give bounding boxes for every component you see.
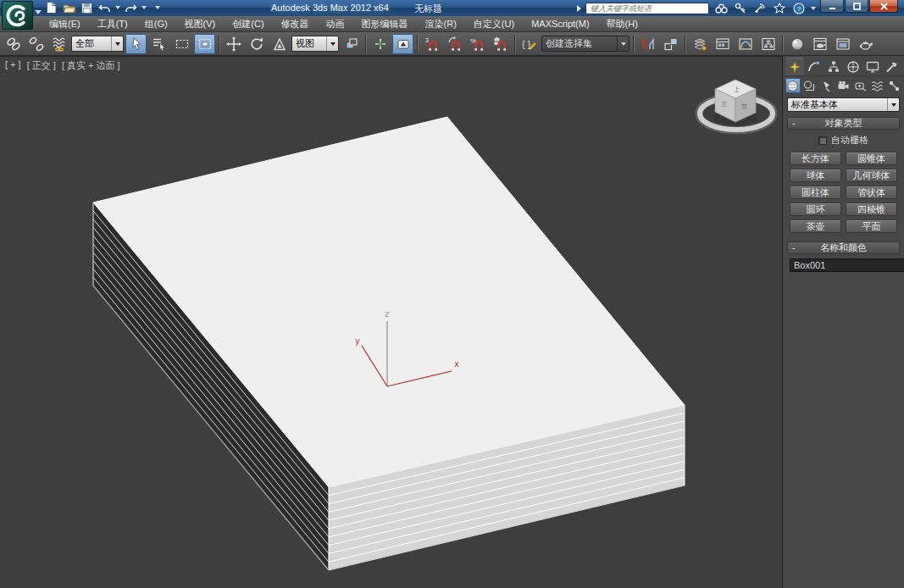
named-selection-sets-dropdown[interactable]: 创建选择集 [541, 36, 629, 52]
button-pyramid[interactable]: 四棱锥 [846, 202, 897, 216]
tab-modify[interactable] [805, 58, 824, 75]
material-editor-icon[interactable] [786, 34, 807, 54]
chevron-down-icon[interactable] [617, 36, 629, 51]
help-icon[interactable]: ? [791, 2, 807, 14]
chevron-down-icon[interactable] [887, 98, 899, 111]
spinner-snap-toggle-icon[interactable] [490, 34, 511, 54]
save-file-icon[interactable] [80, 1, 94, 14]
selection-filter-dropdown[interactable]: 全部 [71, 36, 124, 52]
button-geosphere[interactable]: 几何球体 [846, 169, 897, 182]
subcat-space-warps[interactable] [869, 78, 885, 93]
rectangular-selection-region-icon[interactable] [171, 34, 192, 54]
percent-snap-toggle-icon[interactable]: % [467, 34, 488, 54]
button-cone[interactable]: 圆锥体 [846, 152, 897, 165]
menu-rendering[interactable]: 渲染(R) [417, 16, 465, 31]
viewport-shading-menu[interactable]: [ 真实 + 边面 ] [62, 59, 120, 72]
select-and-scale-icon[interactable] [269, 34, 290, 54]
application-menu-arrow-icon[interactable] [35, 10, 42, 14]
tab-create[interactable] [785, 58, 804, 75]
rendered-frame-window-icon[interactable] [832, 34, 853, 54]
subcat-systems[interactable] [886, 78, 901, 93]
subcat-helpers[interactable] [852, 78, 868, 93]
angle-snap-toggle-icon[interactable] [444, 34, 465, 54]
object-name-field[interactable] [790, 258, 904, 272]
unlink-selection-icon[interactable] [25, 34, 47, 54]
render-setup-icon[interactable] [809, 34, 830, 54]
rollout-object-type-header[interactable]: - 对象类型 [787, 117, 900, 130]
button-plane[interactable]: 平面 [846, 219, 897, 233]
chevron-down-icon[interactable] [111, 36, 123, 51]
chevron-down-icon[interactable] [326, 36, 338, 51]
tab-display[interactable] [863, 58, 882, 75]
viewport-general-menu[interactable]: [ + ] [5, 59, 21, 72]
undo-icon[interactable] [97, 1, 112, 14]
select-and-link-icon[interactable] [3, 34, 24, 54]
search-binoculars-icon[interactable] [713, 2, 729, 14]
select-object-icon[interactable] [125, 34, 147, 54]
graphite-ribbon-toggle-icon[interactable] [712, 34, 733, 54]
viewport-orthographic[interactable]: [ + ] [ 正交 ] [ 真实 + 边面 ] [0, 56, 782, 588]
rollout-name-color-header[interactable]: - 名称和颜色 [787, 241, 900, 254]
tab-utilities[interactable] [883, 58, 901, 75]
edit-named-selection-sets-icon[interactable]: { } [519, 34, 540, 54]
align-icon[interactable] [660, 34, 681, 54]
subcat-shapes[interactable] [802, 78, 818, 93]
box-object[interactable] [0, 57, 781, 588]
use-pivot-point-center-icon[interactable] [341, 34, 362, 54]
communication-center-icon[interactable] [752, 2, 768, 14]
menu-views[interactable]: 视图(V) [176, 16, 225, 31]
button-sphere[interactable]: 球体 [790, 169, 841, 182]
qat-customize-icon[interactable] [155, 6, 160, 9]
application-menu-button[interactable] [2, 1, 33, 30]
keyboard-shortcut-override-icon[interactable] [392, 34, 413, 54]
menu-help[interactable]: 帮助(H) [598, 16, 646, 31]
quick-render-teapot-icon[interactable] [855, 34, 876, 54]
select-by-name-icon[interactable] [148, 34, 169, 54]
menu-animation[interactable]: 动画 [318, 16, 353, 31]
close-button[interactable] [869, 0, 898, 13]
mirror-icon[interactable] [637, 34, 658, 54]
window-crossing-toggle-icon[interactable] [194, 34, 215, 54]
undo-dropdown-icon[interactable] [115, 6, 120, 9]
curve-editor-icon[interactable] [735, 34, 756, 54]
new-scene-icon[interactable] [44, 1, 58, 14]
bind-to-space-warp-icon[interactable] [48, 34, 69, 54]
menu-modifiers[interactable]: 修改器 [273, 16, 318, 31]
subcat-lights[interactable] [819, 78, 835, 93]
button-box[interactable]: 长方体 [790, 152, 841, 165]
subcat-cameras[interactable] [836, 78, 851, 93]
button-cylinder[interactable]: 圆柱体 [790, 186, 841, 199]
geometry-category-dropdown[interactable]: 标准基本体 [787, 97, 900, 112]
maximize-button[interactable] [845, 0, 868, 13]
open-file-icon[interactable] [62, 1, 76, 14]
redo-dropdown-icon[interactable] [141, 6, 147, 9]
menu-group[interactable]: 组(G) [136, 16, 176, 31]
viewport-pov-menu[interactable]: [ 正交 ] [27, 59, 56, 72]
subcat-geometry[interactable] [785, 78, 801, 93]
menu-maxscript[interactable]: MAXScript(M) [523, 16, 597, 31]
button-torus[interactable]: 圆环 [790, 202, 841, 216]
select-and-move-icon[interactable] [223, 34, 244, 54]
help-dropdown-icon[interactable] [811, 7, 816, 10]
redo-icon[interactable] [124, 1, 138, 14]
reference-coordinate-dropdown[interactable]: 视图 [291, 36, 339, 52]
tab-motion[interactable] [844, 58, 862, 75]
tab-hierarchy[interactable] [824, 58, 843, 75]
sign-in-key-icon[interactable] [733, 2, 748, 14]
favorites-star-icon[interactable] [772, 2, 787, 14]
button-teapot[interactable]: 茶壶 [790, 219, 841, 233]
menu-edit[interactable]: 编辑(E) [41, 16, 89, 31]
minimize-button[interactable] [820, 0, 844, 13]
button-tube[interactable]: 管状体 [846, 186, 897, 199]
select-and-rotate-icon[interactable] [246, 34, 267, 54]
search-input[interactable] [585, 3, 709, 14]
menu-customize[interactable]: 自定义(U) [465, 16, 523, 31]
menu-create[interactable]: 创建(C) [224, 16, 272, 31]
layer-manager-icon[interactable] [689, 34, 710, 54]
menu-graph-editors[interactable]: 图形编辑器 [353, 16, 417, 31]
snaps-toggle-3d-icon[interactable]: 3 [421, 34, 442, 54]
menu-tools[interactable]: 工具(T) [89, 16, 136, 31]
autogrid-checkbox[interactable] [818, 136, 827, 145]
schematic-view-icon[interactable] [757, 34, 779, 54]
infocenter-collapse-icon[interactable] [577, 5, 581, 12]
